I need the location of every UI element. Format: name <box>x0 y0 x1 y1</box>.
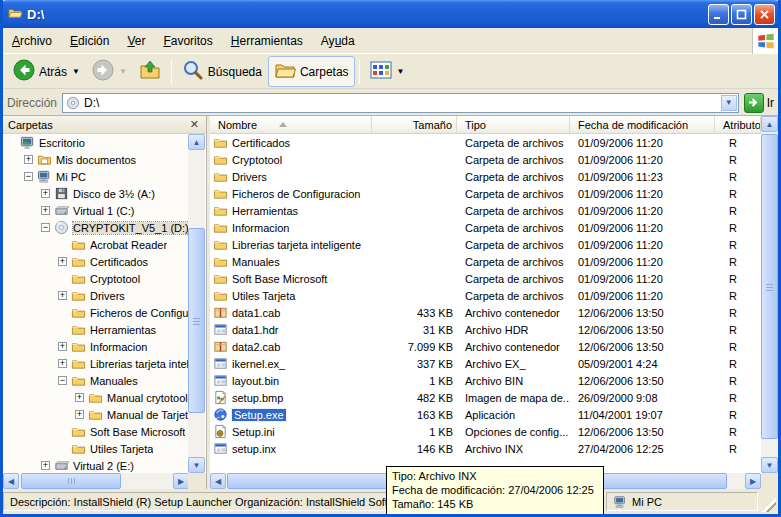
expand-icon[interactable]: + <box>41 461 50 470</box>
go-button[interactable]: Ir <box>744 93 774 113</box>
close-folders-icon[interactable]: ✕ <box>188 118 201 131</box>
address-input[interactable]: D:\ ▼ <box>62 93 739 113</box>
tree-item[interactable]: +Disco de 3½ (A:) <box>3 185 190 202</box>
menu-archivo[interactable]: Archivo <box>3 30 61 52</box>
tree-item-label[interactable]: Herramientas <box>90 324 156 336</box>
menu-edicion[interactable]: Edición <box>61 30 118 52</box>
file-name[interactable]: Librerias tarjeta inteligente <box>232 239 361 251</box>
tree-item-label[interactable]: Mi PC <box>56 171 86 183</box>
file-name[interactable]: Ficheros de Configuracion <box>232 188 360 200</box>
expand-icon[interactable]: + <box>58 359 67 368</box>
tree-item[interactable]: Acrobat Reader <box>3 236 190 253</box>
file-row[interactable]: setup.inx146 KBArchivo INX27/04/2006 12:… <box>210 440 761 457</box>
file-name[interactable]: Herramientas <box>232 205 298 217</box>
tree-item-label[interactable]: Escritorio <box>39 137 85 149</box>
forward-button[interactable]: ▼ <box>86 56 133 87</box>
menu-herramientas[interactable]: Herramientas <box>222 30 312 52</box>
file-row[interactable]: data1.hdr31 KBArchivo HDR12/06/2006 13:5… <box>210 321 761 338</box>
menu-ayuda[interactable]: Ayuda <box>312 30 364 52</box>
file-name[interactable]: Setup.exe <box>232 409 286 421</box>
views-button[interactable]: ▼ <box>364 56 411 87</box>
up-button[interactable] <box>133 56 167 87</box>
expand-icon[interactable]: + <box>75 410 84 419</box>
back-dropdown-icon[interactable]: ▼ <box>72 67 80 76</box>
file-row[interactable]: InformacionCarpeta de archivos01/09/2006… <box>210 219 761 236</box>
file-name[interactable]: Informacion <box>232 222 289 234</box>
file-row[interactable]: ikernel.ex_337 KBArchivo EX_05/09/2001 4… <box>210 355 761 372</box>
list-scroll-right-icon[interactable]: ▶ <box>745 473 761 489</box>
column-header-atributos[interactable]: Atributos <box>715 116 761 133</box>
file-name[interactable]: Setup.ini <box>232 426 275 438</box>
list-vscrollbar[interactable]: ▲ ▼ <box>761 116 778 473</box>
tree-vscroll-thumb[interactable] <box>188 228 205 413</box>
file-name[interactable]: data1.cab <box>232 307 280 319</box>
forward-dropdown-icon[interactable]: ▼ <box>119 67 127 76</box>
tree-item-label[interactable]: Drivers <box>90 290 125 302</box>
tree-item-label[interactable]: Certificados <box>90 256 148 268</box>
tree-item-label[interactable]: Acrobat Reader <box>90 239 167 251</box>
views-dropdown-icon[interactable]: ▼ <box>397 67 405 76</box>
file-name[interactable]: Cryptotool <box>232 154 282 166</box>
tree-hscroll-thumb[interactable] <box>21 473 121 489</box>
file-name[interactable]: Manuales <box>232 256 280 268</box>
tree-scroll-left-icon[interactable]: ◀ <box>3 473 19 489</box>
file-row[interactable]: setup.bmp482 KBImagen de mapa de...26/09… <box>210 389 761 406</box>
tree-item[interactable]: −CRYPTOKIT_V5_1 (D:) <box>3 219 190 236</box>
expand-icon[interactable]: + <box>58 342 67 351</box>
file-row[interactable]: HerramientasCarpeta de archivos01/09/200… <box>210 202 761 219</box>
file-row[interactable]: ManualesCarpeta de archivos01/09/2006 11… <box>210 253 761 270</box>
file-row[interactable]: Setup.ini1 KBOpciones de config...12/06/… <box>210 423 761 440</box>
column-header-taman-o[interactable]: Tamaño <box>372 116 457 133</box>
tree-item[interactable]: +Certificados <box>3 253 190 270</box>
column-header-tipo[interactable]: Tipo <box>457 116 570 133</box>
expand-icon[interactable]: + <box>41 189 50 198</box>
tree-item[interactable]: +Informacion <box>3 338 190 355</box>
tree-item-label[interactable]: Virtual 2 (E:) <box>73 460 134 472</box>
file-name[interactable]: ikernel.ex_ <box>232 358 285 370</box>
file-row[interactable]: DriversCarpeta de archivos01/09/2006 11:… <box>210 168 761 185</box>
file-name[interactable]: Certificados <box>232 137 290 149</box>
file-name[interactable]: Soft Base Microsoft <box>232 273 327 285</box>
file-row[interactable]: layout.bin1 KBArchivo BIN12/06/2006 13:5… <box>210 372 761 389</box>
tree-item[interactable]: Escritorio <box>3 134 190 151</box>
column-header-fecha-de-modificacio-n[interactable]: Fecha de modificación <box>570 116 715 133</box>
file-row[interactable]: Ficheros de ConfiguracionCarpeta de arch… <box>210 185 761 202</box>
file-name[interactable]: data2.cab <box>232 341 280 353</box>
resize-grip[interactable] <box>762 498 776 512</box>
tree-item[interactable]: −Manuales <box>3 372 190 389</box>
title-bar[interactable]: D:\ <box>0 0 781 28</box>
tree-scroll-up-icon[interactable]: ▲ <box>188 134 205 150</box>
file-name[interactable]: setup.bmp <box>232 392 283 404</box>
tree-item-label[interactable]: Mis documentos <box>56 154 136 166</box>
expand-icon[interactable]: + <box>24 155 33 164</box>
tree-scroll-right-icon[interactable]: ▶ <box>173 473 189 489</box>
tree-item-label[interactable]: Librerias tarjeta inteli <box>90 358 190 370</box>
tree-item-label[interactable]: Manual de Tarjeta <box>107 409 190 421</box>
tree-item-label[interactable]: Cryptotool <box>90 273 140 285</box>
expand-icon[interactable]: + <box>41 206 50 215</box>
menu-ver[interactable]: Ver <box>118 30 154 52</box>
tree-item[interactable]: Cryptotool <box>3 270 190 287</box>
collapse-icon[interactable]: − <box>41 223 50 232</box>
tree-item-label[interactable]: Manuales <box>90 375 138 387</box>
file-row[interactable]: Librerias tarjeta inteligenteCarpeta de … <box>210 236 761 253</box>
tree-item-label[interactable]: Ficheros de Configura <box>90 307 190 319</box>
tree-item[interactable]: +Librerias tarjeta inteli <box>3 355 190 372</box>
tree-item[interactable]: +Virtual 1 (C:) <box>3 202 190 219</box>
tree-hscrollbar[interactable]: ◀ ▶ <box>3 473 189 489</box>
file-name[interactable]: setup.inx <box>232 443 276 455</box>
maximize-button[interactable] <box>731 4 752 25</box>
tree-item-label[interactable]: Disco de 3½ (A:) <box>73 188 155 200</box>
collapse-icon[interactable]: − <box>58 376 67 385</box>
menu-favoritos[interactable]: Favoritos <box>154 30 221 52</box>
list-scroll-up-icon[interactable]: ▲ <box>761 116 778 132</box>
expand-icon[interactable]: + <box>58 291 67 300</box>
tree-item[interactable]: Utiles Tarjeta <box>3 440 190 457</box>
minimize-button[interactable] <box>708 4 729 25</box>
list-scroll-down-icon[interactable]: ▼ <box>761 457 778 473</box>
tree-item[interactable]: Soft Base Microsoft <box>3 423 190 440</box>
expand-icon[interactable]: + <box>58 257 67 266</box>
search-button[interactable]: Búsqueda <box>176 56 268 87</box>
tree-item-label[interactable]: Virtual 1 (C:) <box>73 205 135 217</box>
tree-item[interactable]: −Mi PC <box>3 168 190 185</box>
